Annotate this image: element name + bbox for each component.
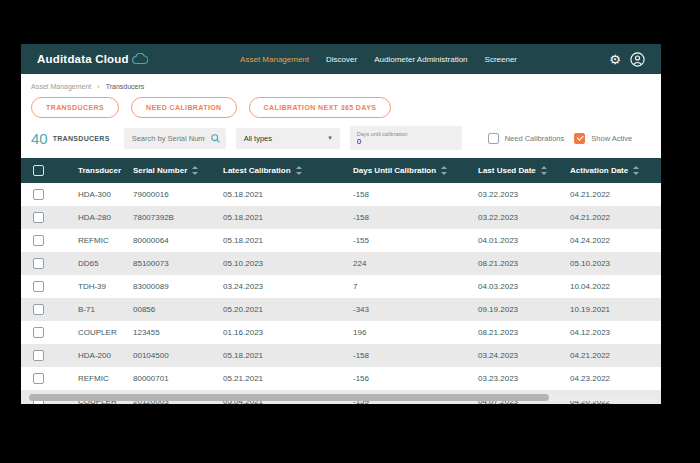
- type-filter-value: All types: [244, 134, 272, 143]
- table-row[interactable]: HDA-2000010450005.18.2021-15803.24.20230…: [21, 344, 661, 367]
- cell-activation-date: 04.23.2022: [563, 367, 661, 390]
- nav-item-asset-management[interactable]: Asset Management: [240, 55, 309, 64]
- scrollbar-thumb[interactable]: [29, 394, 549, 401]
- cell-serial-number: 78007392B: [126, 206, 216, 229]
- table-row[interactable]: DD658510007305.10.202322408.21.202305.10…: [21, 252, 661, 275]
- column-header-serial-number[interactable]: Serial Number: [126, 158, 216, 183]
- days-until-calibration-input[interactable]: [357, 137, 455, 146]
- cell-activation-date: 10.04.2022: [563, 275, 661, 298]
- filter-tab-calibration-next-365-days[interactable]: CALIBRATION NEXT 365 DAYS: [249, 97, 392, 118]
- row-checkbox[interactable]: [33, 373, 44, 384]
- table-body: HDA-3007900001605.18.2021-15803.22.20230…: [21, 183, 661, 404]
- row-checkbox-cell: [21, 229, 71, 252]
- table-row[interactable]: TDH-398300008903.24.2023704.03.202310.04…: [21, 275, 661, 298]
- cell-latest-calibration: 05.21.2021: [216, 367, 346, 390]
- row-checkbox[interactable]: [33, 189, 44, 200]
- cell-last-used-date: 03.22.2023: [471, 183, 563, 206]
- app-logo[interactable]: Auditdata Cloud: [37, 53, 148, 65]
- need-calibrations-label: Need Calibrations: [505, 134, 565, 143]
- row-checkbox-cell: [21, 183, 71, 206]
- row-checkbox[interactable]: [33, 212, 44, 223]
- column-header-last-used-date[interactable]: Last Used Date: [471, 158, 563, 183]
- cell-transducer: B-71: [71, 298, 126, 321]
- row-checkbox[interactable]: [33, 327, 44, 338]
- settings-gear-icon[interactable]: ⚙: [609, 53, 621, 66]
- cell-last-used-date: 03.23.2023: [471, 367, 563, 390]
- days-until-calibration-field[interactable]: Days until calibration: [350, 126, 462, 150]
- breadcrumb: Asset Management › Transducers: [21, 74, 661, 90]
- row-checkbox-cell: [21, 367, 71, 390]
- cell-days-until-calibration: -158: [346, 344, 471, 367]
- show-active-label: Show Active: [591, 134, 632, 143]
- cell-last-used-date: 03.22.2023: [471, 206, 563, 229]
- cell-latest-calibration: 03.24.2023: [216, 275, 346, 298]
- table-row[interactable]: B-710085605.20.2021-34309.19.202310.19.2…: [21, 298, 661, 321]
- top-nav: Asset ManagementDiscoverAudiometer Admin…: [240, 55, 517, 64]
- account-icon[interactable]: [630, 52, 645, 67]
- row-checkbox[interactable]: [33, 258, 44, 269]
- column-header-label: Serial Number: [133, 166, 187, 175]
- row-checkbox[interactable]: [33, 350, 44, 361]
- column-header-transducer[interactable]: Transducer: [71, 158, 126, 183]
- table-row[interactable]: REFMIC8000070105.21.2021-15603.23.202304…: [21, 367, 661, 390]
- search-input[interactable]: [130, 133, 207, 144]
- filter-tab-need-calibration[interactable]: NEED CALIBRATION: [131, 97, 237, 118]
- cell-latest-calibration: 05.18.2021: [216, 206, 346, 229]
- column-header-days-until-calibration[interactable]: Days Until Calibration: [346, 158, 471, 183]
- nav-item-discover[interactable]: Discover: [326, 55, 357, 64]
- search-box[interactable]: [124, 128, 226, 149]
- cell-latest-calibration: 05.20.2021: [216, 298, 346, 321]
- show-active-checkbox[interactable]: [574, 133, 585, 144]
- row-checkbox-cell: [21, 298, 71, 321]
- row-checkbox[interactable]: [33, 281, 44, 292]
- cell-activation-date: 04.24.2022: [563, 229, 661, 252]
- sort-icon[interactable]: [192, 166, 198, 175]
- transducer-count: 40: [31, 130, 48, 147]
- cell-days-until-calibration: -343: [346, 298, 471, 321]
- sort-icon[interactable]: [541, 166, 547, 175]
- chevron-down-icon: ▾: [328, 134, 332, 142]
- search-icon[interactable]: [211, 134, 220, 143]
- cell-transducer: HDA-280: [71, 206, 126, 229]
- table-row[interactable]: COUPLER12345501.16.202319608.21.202304.1…: [21, 321, 661, 344]
- row-checkbox-cell: [21, 275, 71, 298]
- row-checkbox[interactable]: [33, 235, 44, 246]
- cell-days-until-calibration: 196: [346, 321, 471, 344]
- select-all-cell: [21, 158, 71, 183]
- sort-icon[interactable]: [296, 166, 302, 175]
- logo-text: Auditdata Cloud: [37, 53, 129, 65]
- select-all-checkbox[interactable]: [33, 165, 44, 176]
- type-filter-select[interactable]: All types ▾: [236, 128, 340, 149]
- column-header-label: Days Until Calibration: [353, 166, 436, 175]
- cloud-icon: [132, 53, 148, 65]
- need-calibrations-checkbox[interactable]: [488, 133, 499, 144]
- cell-last-used-date: 04.01.2023: [471, 229, 563, 252]
- cell-transducer: REFMIC: [71, 367, 126, 390]
- column-header-label: Latest Calibration: [223, 166, 291, 175]
- table-row[interactable]: HDA-28078007392B05.18.2021-15803.22.2023…: [21, 206, 661, 229]
- app-window: Auditdata Cloud Asset ManagementDiscover…: [21, 44, 661, 404]
- nav-item-screener[interactable]: Screener: [485, 55, 517, 64]
- cell-transducer: TDH-39: [71, 275, 126, 298]
- column-header-latest-calibration[interactable]: Latest Calibration: [216, 158, 346, 183]
- cell-activation-date: 04.21.2022: [563, 206, 661, 229]
- table-row[interactable]: REFMIC8000006405.18.2021-15504.01.202304…: [21, 229, 661, 252]
- row-checkbox[interactable]: [33, 304, 44, 315]
- cell-activation-date: 10.19.2021: [563, 298, 661, 321]
- table-row[interactable]: HDA-3007900001605.18.2021-15803.22.20230…: [21, 183, 661, 206]
- column-header-activation-date[interactable]: Activation Date: [563, 158, 661, 183]
- horizontal-scrollbar[interactable]: [27, 394, 655, 401]
- sort-icon[interactable]: [441, 166, 447, 175]
- show-active-toggle[interactable]: Show Active: [574, 133, 632, 144]
- sort-icon[interactable]: [633, 166, 639, 175]
- filter-tab-transducers[interactable]: TRANSDUCERS: [31, 97, 119, 118]
- cell-serial-number: 83000089: [126, 275, 216, 298]
- nav-item-audiometer-administration[interactable]: Audiometer Administration: [374, 55, 467, 64]
- breadcrumb-parent[interactable]: Asset Management: [31, 83, 91, 90]
- cell-serial-number: 79000016: [126, 183, 216, 206]
- cell-last-used-date: 09.19.2023: [471, 298, 563, 321]
- cell-last-used-date: 04.03.2023: [471, 275, 563, 298]
- need-calibrations-toggle[interactable]: Need Calibrations: [488, 133, 565, 144]
- cell-days-until-calibration: 7: [346, 275, 471, 298]
- row-checkbox-cell: [21, 252, 71, 275]
